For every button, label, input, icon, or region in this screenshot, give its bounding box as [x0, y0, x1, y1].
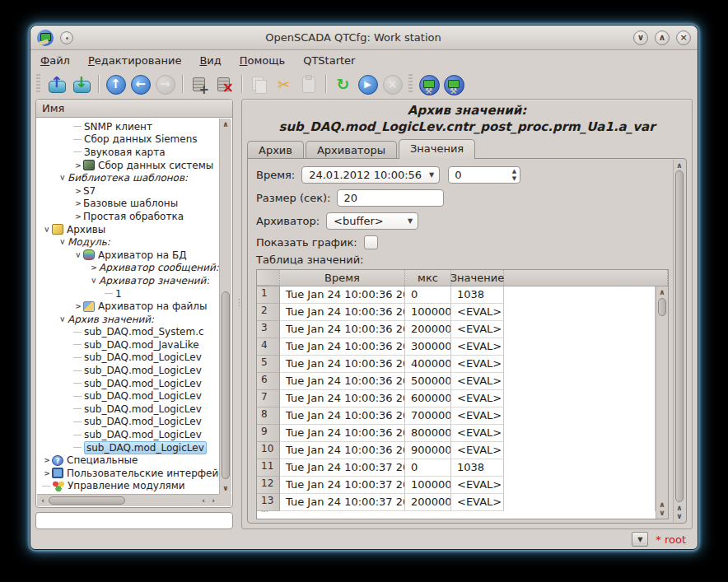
cell-us[interactable]: 0 — [405, 459, 451, 477]
expand-icon[interactable]: > — [73, 198, 83, 208]
menu-item-edit[interactable]: Редактирование — [88, 54, 181, 67]
cell-time[interactable]: Tue Jan 24 10:00:36 2012 — [280, 407, 405, 425]
tab-Значения[interactable]: Значения — [399, 139, 475, 159]
tree-item[interactable]: Звуковая карта — [37, 146, 219, 159]
tree-item[interactable]: >Библиотека шаблонов: — [37, 171, 219, 184]
tree-item[interactable]: >Пользовательские интерфейсы — [37, 467, 219, 480]
expand-icon[interactable]: > — [73, 186, 83, 196]
expand-icon[interactable]: > — [42, 455, 52, 465]
tree-item[interactable]: sub_DAQ.mod_LogicLev — [37, 364, 219, 377]
tree-item[interactable]: sub_DAQ.mod_LogicLev — [37, 428, 219, 441]
table-row[interactable]: 10Tue Jan 24 10:00:36 2012900000<EVAL> — [257, 442, 656, 459]
toolbar-handle[interactable] — [36, 74, 40, 94]
cell-time[interactable]: Tue Jan 24 10:00:37 2012 — [280, 494, 405, 511]
scroll-down-icon[interactable]: ∨ — [656, 509, 668, 517]
cell-us[interactable]: 400000 — [405, 356, 451, 373]
load-icon[interactable]: ↑ — [45, 73, 68, 95]
cell-time[interactable]: Tue Jan 24 10:00:36 2012 — [280, 442, 405, 459]
back-icon[interactable]: ← — [129, 73, 152, 95]
cell-value[interactable]: 1038 — [451, 286, 504, 304]
archiver-combo[interactable]: <buffer> ▼ — [326, 212, 418, 230]
tree-item[interactable]: sub_DAQ.mod_LogicLev — [37, 403, 219, 416]
table-row[interactable]: 7Tue Jan 24 10:00:36 2012600000<EVAL> — [257, 390, 656, 407]
cell-value[interactable]: <EVAL> — [451, 304, 504, 321]
menu-item-view[interactable]: Вид — [199, 54, 221, 67]
tree-header[interactable]: Имя — [36, 100, 232, 118]
size-input[interactable]: 20 — [337, 189, 444, 207]
tree-item[interactable]: Сбор данных Siemens — [37, 133, 219, 147]
table-row[interactable]: 2Tue Jan 24 10:00:36 2012100000<EVAL> — [257, 304, 656, 321]
expand-icon[interactable]: > — [42, 468, 52, 478]
close-button[interactable]: × — [676, 30, 691, 45]
cell-value[interactable]: <EVAL> — [451, 338, 504, 356]
tree-item[interactable]: SNMP клиент — [37, 120, 219, 133]
tree-item[interactable]: >S7 — [37, 184, 219, 198]
scroll-left-icon[interactable]: ‹ — [198, 495, 208, 506]
tree-item[interactable]: >Базовые шаблоны — [37, 198, 219, 211]
table-row[interactable]: 5Tue Jan 24 10:00:36 2012400000<EVAL> — [257, 356, 656, 373]
expand-icon[interactable]: > — [73, 301, 83, 311]
cell-value[interactable]: <EVAL> — [451, 321, 504, 338]
cell-time[interactable]: Tue Jan 24 10:00:36 2012 — [280, 356, 405, 373]
window-menu-button[interactable] — [60, 31, 73, 44]
cell-value[interactable]: <EVAL> — [451, 407, 504, 425]
column-header-time[interactable]: Время — [280, 270, 405, 286]
cell-time[interactable]: Tue Jan 24 10:00:36 2012 — [280, 321, 405, 338]
cell-us[interactable]: 200000 — [405, 494, 451, 511]
table-row[interactable]: 12Tue Jan 24 10:00:37 2012100000<EVAL> — [257, 477, 656, 494]
tree-item[interactable]: >Сбор данных системы — [37, 159, 219, 172]
cell-us[interactable]: 900000 — [405, 442, 451, 459]
scroll-left-icon[interactable]: ‹ — [38, 495, 48, 506]
add-icon[interactable]: + — [189, 73, 211, 95]
tree-item[interactable]: >Архиватор значений: — [37, 274, 219, 287]
tree-item[interactable]: >Архиватор на файлы — [37, 300, 219, 313]
scroll-up-icon[interactable]: ∧ — [220, 120, 231, 128]
tree-item[interactable]: sub_DAQ.mod_LogicLev — [37, 416, 219, 429]
table-vertical-scrollbar[interactable]: ∧ ∧ ∨ — [656, 286, 668, 519]
tree-item[interactable]: sub_DAQ.mod_JavaLike — [37, 338, 219, 352]
cell-value[interactable]: <EVAL> — [451, 373, 504, 390]
usec-spinner[interactable]: 0 ▲▼ — [448, 166, 520, 184]
tree-item[interactable]: >Специальные — [37, 454, 219, 467]
del-icon[interactable]: × — [213, 73, 236, 95]
cut-icon[interactable]: ✂ — [273, 73, 295, 95]
tree-item[interactable]: sub_DAQ.mod_LogicLev — [37, 441, 219, 454]
collapse-icon[interactable]: > — [58, 173, 68, 183]
column-header-us[interactable]: мкс — [405, 270, 451, 286]
collapse-icon[interactable]: > — [42, 225, 52, 235]
tree-item[interactable]: >Архиватор на БД — [37, 249, 219, 262]
tree-item[interactable]: >Архив значений: — [37, 313, 219, 326]
table-row[interactable]: 3Tue Jan 24 10:00:36 2012200000<EVAL> — [257, 321, 656, 338]
cell-us[interactable]: 200000 — [405, 321, 451, 338]
tree-item[interactable]: Управление модулями — [37, 480, 219, 493]
tree-vertical-scrollbar[interactable]: ∧ ∨ — [219, 119, 231, 494]
cell-value[interactable]: <EVAL> — [451, 477, 504, 494]
scroll-up-icon[interactable]: ∧ — [656, 288, 668, 296]
minimize-button[interactable]: ∨ — [633, 30, 648, 45]
table-row[interactable]: 6Tue Jan 24 10:00:36 2012500000<EVAL> — [257, 373, 656, 390]
tab-Архиваторы[interactable]: Архиваторы — [306, 141, 397, 159]
show-graph-checkbox[interactable] — [364, 235, 378, 249]
cell-us[interactable]: 800000 — [405, 425, 451, 442]
table-row[interactable]: 9Tue Jan 24 10:00:36 2012800000<EVAL> — [257, 425, 656, 442]
cell-value[interactable]: <EVAL> — [451, 425, 504, 442]
menu-item-help[interactable]: Помощь — [240, 54, 285, 67]
tree-horizontal-scrollbar[interactable]: ‹ ‹ › — [37, 494, 219, 506]
scroll-up-icon[interactable]: ∧ — [674, 161, 685, 170]
cell-us[interactable]: 700000 — [405, 407, 451, 425]
cell-us[interactable]: 100000 — [405, 477, 451, 494]
cell-time[interactable]: Tue Jan 24 10:00:36 2012 — [280, 425, 405, 442]
tree-item[interactable]: >Простая обработка — [37, 210, 219, 223]
column-header-value[interactable]: Значение — [451, 270, 504, 286]
cell-us[interactable]: 300000 — [405, 338, 451, 356]
expand-icon[interactable]: > — [89, 263, 99, 272]
user-combo-button[interactable]: ▼ — [632, 532, 648, 547]
tree-item[interactable]: sub_DAQ.mod_LogicLev — [37, 377, 219, 390]
cell-time[interactable]: Tue Jan 24 10:00:36 2012 — [280, 304, 405, 321]
splitter-handle[interactable] — [233, 99, 241, 529]
collapse-icon[interactable]: > — [89, 276, 99, 286]
expand-icon[interactable]: > — [73, 212, 83, 221]
scroll-up-icon[interactable]: ∧ — [674, 504, 685, 512]
cell-value[interactable]: 1038 — [451, 459, 504, 477]
cell-us[interactable]: 100000 — [405, 304, 451, 321]
